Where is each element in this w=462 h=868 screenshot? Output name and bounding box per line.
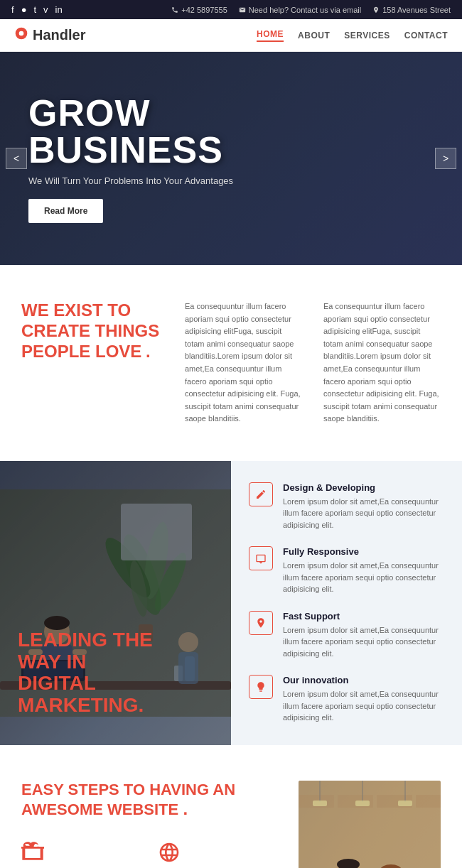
svg-rect-44 xyxy=(259,562,262,563)
support-content: Fast Support Lorem ipsum dolor sit amet,… xyxy=(283,611,444,660)
feature-design: Design & Developing Lorem ipsum dolor si… xyxy=(249,482,444,531)
about-title-line3: PEOPLE LOVE xyxy=(21,342,141,361)
support-icon xyxy=(249,611,273,635)
innovation-content: Our innovation Lorem ipsum dolor sit ame… xyxy=(283,675,444,724)
responsive-title: Fully Responsive xyxy=(283,546,444,557)
steps-section: EASY STEPS TO HAVING AN AWESOME WEBSITE … xyxy=(0,745,462,868)
social-vimeo[interactable]: v xyxy=(43,4,48,15)
support-title: Fast Support xyxy=(283,611,444,622)
phone-info: +42 5897555 xyxy=(171,6,227,14)
responsive-content: Fully Responsive Lorem ipsum dolor sit a… xyxy=(283,546,444,595)
steps-dot: . xyxy=(183,799,188,818)
logo-icon xyxy=(14,26,28,44)
digital-title-line2: Way In xyxy=(18,651,86,673)
digital-dot: . xyxy=(139,694,144,716)
logo-text: Handler xyxy=(33,27,85,43)
design-desc: Lorem ipsum dolor sit amet,Ea consequunt… xyxy=(283,496,444,531)
step-strategy: Business Strategy Lorem ipsum dolor sit … xyxy=(21,841,141,868)
innovation-icon xyxy=(249,675,273,699)
design-title: Design & Developing xyxy=(283,482,444,493)
feature-responsive: Fully Responsive Lorem ipsum dolor sit a… xyxy=(249,546,444,595)
top-bar: f ● t v in +42 5897555 Need help? Contac… xyxy=(0,0,462,19)
logo[interactable]: Handler xyxy=(14,26,85,44)
social-twitter[interactable]: t xyxy=(33,4,36,15)
nav-home[interactable]: HOME xyxy=(257,29,284,42)
hero-next-button[interactable]: > xyxy=(435,148,456,169)
about-title-line1: WE EXIST TO xyxy=(21,300,131,320)
strategy-icon xyxy=(21,841,47,867)
nav-contact[interactable]: CONTACT xyxy=(404,31,448,40)
svg-point-1 xyxy=(19,31,24,36)
digital-title-line1: Leading The xyxy=(18,629,153,651)
digital-features: Design & Developing Lorem ipsum dolor si… xyxy=(231,461,462,745)
main-nav: HOME About SERVICES CONTACT xyxy=(257,29,448,42)
digital-title-line4: Marketing xyxy=(18,694,139,716)
hero-section: GROW BUSINESS We Will Turn Your Problems… xyxy=(0,52,462,265)
steps-img-overlay xyxy=(299,781,441,868)
feature-support: Fast Support Lorem ipsum dolor sit amet,… xyxy=(249,611,444,660)
nav-about[interactable]: About xyxy=(298,31,330,40)
webdev-icon xyxy=(158,841,183,867)
nav-services[interactable]: SERVICES xyxy=(344,31,390,40)
svg-rect-45 xyxy=(260,563,261,563)
responsive-icon xyxy=(249,546,273,570)
social-facebook[interactable]: f xyxy=(11,4,14,15)
email-info: Need help? Contact us via email xyxy=(239,6,361,14)
social-links[interactable]: f ● t v in xyxy=(11,4,63,15)
step-webdev: Website Development Lorem ipsum dolor si… xyxy=(158,841,277,868)
about-title-line2: CREATE THINGS xyxy=(21,321,159,340)
steps-title: EASY STEPS TO HAVING AN AWESOME WEBSITE … xyxy=(21,781,277,820)
address-info: 158 Avenues Street xyxy=(372,6,451,14)
hero-cta-button[interactable]: Read More xyxy=(28,199,103,223)
hero-content: GROW BUSINESS We Will Turn Your Problems… xyxy=(0,94,262,223)
about-title: WE EXIST TO CREATE THINGS PEOPLE LOVE . xyxy=(21,300,163,362)
support-desc: Lorem ipsum dolor sit amet,Ea consequunt… xyxy=(283,624,444,660)
hero-title: GROW BUSINESS xyxy=(28,94,233,168)
header: Handler HOME About SERVICES CONTACT xyxy=(0,19,462,52)
steps-grid: Business Strategy Lorem ipsum dolor sit … xyxy=(21,841,277,868)
social-instagram[interactable]: ● xyxy=(21,4,27,15)
steps-title-line1: EASY STEPS TO HAVING AN xyxy=(21,781,235,798)
design-icon xyxy=(249,482,273,506)
about-left: WE EXIST TO CREATE THINGS PEOPLE LOVE . xyxy=(21,300,163,362)
design-content: Design & Developing Lorem ipsum dolor si… xyxy=(283,482,444,531)
steps-image xyxy=(299,781,441,868)
hero-title-line1: GROW xyxy=(28,94,233,131)
hero-prev-button[interactable]: < xyxy=(6,148,27,169)
about-col2: Ea consequuntur illum facero aporiam squ… xyxy=(323,300,441,425)
innovation-desc: Lorem ipsum dolor sit amet,Ea consequunt… xyxy=(283,688,444,724)
digital-text: Leading The Way In Digital Marketing. xyxy=(18,629,153,717)
about-dot: . xyxy=(146,342,151,361)
about-section: WE EXIST TO CREATE THINGS PEOPLE LOVE . … xyxy=(0,265,462,461)
feature-innovation: Our innovation Lorem ipsum dolor sit ame… xyxy=(249,675,444,724)
about-col1: Ea consequuntur illum facero aporiam squ… xyxy=(185,300,302,425)
top-bar-info: +42 5897555 Need help? Contact us via em… xyxy=(171,6,451,14)
digital-section: Leading The Way In Digital Marketing. De… xyxy=(0,461,462,745)
social-linkedin[interactable]: in xyxy=(55,4,63,15)
hero-title-line2: BUSINESS xyxy=(28,131,233,168)
hero-subtitle: We Will Turn Your Problems Into Your Adv… xyxy=(28,175,233,186)
innovation-title: Our innovation xyxy=(283,675,444,685)
digital-left-image: Leading The Way In Digital Marketing. xyxy=(0,461,231,745)
responsive-desc: Lorem ipsum dolor sit amet,Ea consequunt… xyxy=(283,560,444,595)
steps-right-image xyxy=(299,781,441,868)
digital-title-line3: Digital xyxy=(18,672,96,694)
steps-title-line2: AWESOME WEBSITE xyxy=(21,801,178,818)
steps-left: EASY STEPS TO HAVING AN AWESOME WEBSITE … xyxy=(21,781,277,868)
